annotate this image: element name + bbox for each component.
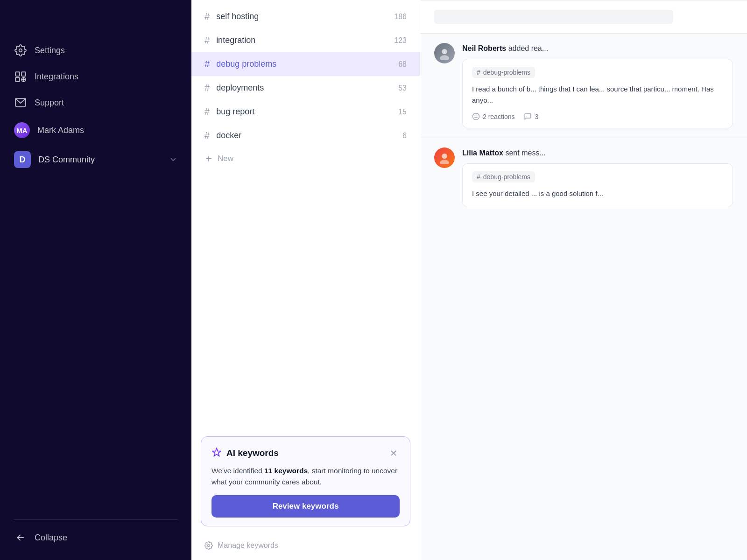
channel-hash-icon: # bbox=[204, 11, 210, 22]
user-name-label: Mark Adams bbox=[37, 126, 84, 135]
channel-name: bug report bbox=[216, 107, 398, 117]
comments-count: 3 bbox=[535, 113, 538, 120]
channel-list: # self hosting 186 # integration 123 # d… bbox=[191, 0, 420, 223]
channel-item-bug-report[interactable]: # bug report 15 bbox=[191, 100, 420, 124]
svg-rect-1 bbox=[15, 72, 20, 76]
lilia-activity-content: Lilia Mattox sent mess... # debug-proble… bbox=[462, 147, 733, 207]
sidebar-item-community[interactable]: D DS Community bbox=[0, 145, 191, 175]
svg-point-19 bbox=[442, 154, 447, 159]
sidebar-item-user[interactable]: MA Mark Adams bbox=[0, 116, 191, 145]
channel-hash-icon: # bbox=[204, 59, 210, 70]
svg-point-14 bbox=[442, 49, 447, 54]
channel-item-integration[interactable]: # integration 123 bbox=[191, 28, 420, 52]
lilia-channel-tag: # debug-problems bbox=[472, 171, 535, 182]
channel-name: deployments bbox=[216, 83, 398, 93]
lilia-channel-tag-name: debug-problems bbox=[483, 173, 530, 181]
channel-count: 6 bbox=[402, 132, 407, 140]
channels-panel: # self hosting 186 # integration 123 # d… bbox=[191, 0, 420, 560]
ai-card-close-button[interactable] bbox=[388, 447, 400, 459]
svg-point-15 bbox=[440, 55, 449, 60]
collapse-label: Collapse bbox=[35, 533, 67, 543]
svg-point-20 bbox=[440, 160, 449, 164]
channel-hash-icon: # bbox=[204, 35, 210, 46]
user-avatar: MA bbox=[14, 122, 30, 138]
sidebar-divider bbox=[14, 519, 177, 520]
neil-message-reactions: 2 reactions 3 bbox=[472, 112, 723, 120]
channel-hash-icon: # bbox=[204, 83, 210, 93]
support-icon bbox=[14, 96, 27, 109]
neil-avatar-placeholder bbox=[434, 43, 455, 63]
neil-channel-tag: # debug-problems bbox=[472, 67, 535, 78]
channel-hash-icon: # bbox=[204, 106, 210, 117]
sidebar-item-integrations[interactable]: Integrations bbox=[0, 63, 191, 90]
lilia-activity-header: Lilia Mattox sent mess... bbox=[462, 147, 733, 159]
neil-activity-content: Neil Roberts added rea... # debug-proble… bbox=[462, 43, 733, 128]
svg-rect-3 bbox=[15, 77, 20, 82]
channel-name: integration bbox=[216, 35, 394, 45]
neil-activity-header: Neil Roberts added rea... bbox=[462, 43, 733, 54]
ai-keyword-count: 11 keywords bbox=[264, 467, 308, 475]
emoji-icon bbox=[472, 112, 480, 120]
hash-symbol: # bbox=[477, 69, 480, 76]
comment-icon bbox=[524, 112, 532, 120]
integrations-label: Integrations bbox=[35, 72, 78, 82]
lilia-avatar bbox=[434, 147, 455, 168]
channel-name: self hosting bbox=[216, 12, 394, 21]
lilia-action: sent mess... bbox=[505, 149, 545, 157]
gear-icon bbox=[14, 44, 27, 57]
manage-keywords-icon bbox=[204, 541, 213, 550]
sidebar: Settings Integrations bbox=[0, 0, 191, 560]
reactions-button[interactable]: 2 reactions bbox=[472, 112, 514, 120]
lilia-message-bubble: # debug-problems I see your detailed ...… bbox=[462, 163, 733, 207]
svg-point-16 bbox=[472, 113, 479, 119]
ai-description-prefix: We've identified bbox=[211, 467, 264, 475]
neil-message-bubble: # debug-problems I read a bunch of b... … bbox=[462, 59, 733, 128]
comments-button[interactable]: 3 bbox=[524, 112, 538, 120]
channel-item-self-hosting[interactable]: # self hosting 186 bbox=[191, 5, 420, 28]
review-keywords-button[interactable]: Review keywords bbox=[211, 495, 400, 518]
manage-keywords-button[interactable]: Manage keywords bbox=[191, 536, 420, 555]
neil-message-text: I read a bunch of b... things that I can… bbox=[472, 84, 723, 106]
sidebar-bottom: Collapse bbox=[0, 505, 191, 560]
chevron-down-icon bbox=[169, 155, 177, 164]
sparkle-icon bbox=[211, 447, 222, 460]
svg-point-0 bbox=[19, 49, 22, 52]
neil-action: added rea... bbox=[508, 44, 548, 52]
lilia-username: Lilia Mattox bbox=[462, 149, 503, 157]
channel-item-docker[interactable]: # docker 6 bbox=[191, 124, 420, 147]
sidebar-item-collapse[interactable]: Collapse bbox=[0, 525, 191, 551]
channel-tag-name: debug-problems bbox=[483, 69, 530, 76]
channel-count: 15 bbox=[398, 108, 407, 116]
svg-point-13 bbox=[208, 545, 210, 547]
ai-card-description: We've identified 11 keywords, start moni… bbox=[211, 465, 400, 488]
support-label: Support bbox=[35, 98, 64, 108]
channel-item-debug-problems[interactable]: # debug problems 68 bbox=[191, 52, 420, 76]
channel-count: 68 bbox=[398, 60, 407, 69]
community-logo: D bbox=[14, 151, 31, 168]
lilia-message-text: I see your detailed ... is a good soluti… bbox=[472, 188, 723, 199]
channel-hash-icon: # bbox=[204, 130, 210, 141]
neil-username: Neil Roberts bbox=[462, 44, 506, 52]
integrations-icon bbox=[14, 70, 27, 83]
ai-keywords-title: AI keywords bbox=[226, 448, 279, 458]
ai-keywords-card: AI keywords We've identified 11 keywords… bbox=[201, 436, 410, 526]
ai-card-title: AI keywords bbox=[211, 447, 279, 460]
new-channel-button[interactable]: New bbox=[191, 147, 420, 170]
activity-row-neil: Neil Roberts added rea... # debug-proble… bbox=[420, 34, 747, 138]
right-panel: Neil Roberts added rea... # debug-proble… bbox=[420, 0, 747, 560]
messages-area: Neil Roberts added rea... # debug-proble… bbox=[420, 0, 747, 560]
activity-row-lilia: Lilia Mattox sent mess... # debug-proble… bbox=[420, 138, 747, 217]
top-message-card bbox=[420, 0, 747, 34]
settings-label: Settings bbox=[35, 46, 65, 56]
manage-keywords-label: Manage keywords bbox=[218, 541, 278, 550]
channel-count: 186 bbox=[394, 13, 407, 21]
plus-icon bbox=[204, 154, 213, 163]
svg-rect-2 bbox=[21, 72, 26, 76]
channel-name: debug problems bbox=[216, 59, 398, 69]
hash-symbol: # bbox=[477, 173, 480, 181]
channel-item-deployments[interactable]: # deployments 53 bbox=[191, 76, 420, 100]
sidebar-item-support[interactable]: Support bbox=[0, 90, 191, 116]
channel-count: 123 bbox=[394, 36, 407, 45]
sidebar-item-settings[interactable]: Settings bbox=[0, 37, 191, 63]
sidebar-top: Settings Integrations bbox=[0, 0, 191, 505]
